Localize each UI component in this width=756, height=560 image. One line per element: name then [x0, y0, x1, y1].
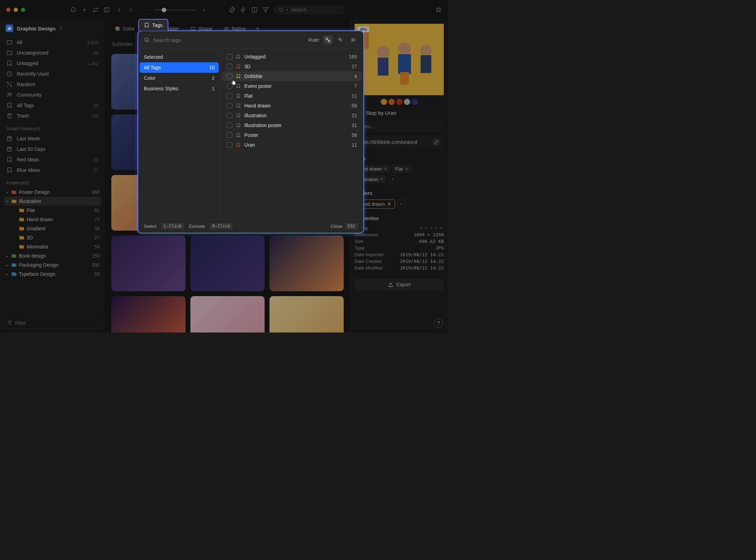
tag-count: 11: [351, 142, 357, 148]
checkbox[interactable]: [227, 74, 232, 79]
tag-label: Event poster: [244, 83, 272, 89]
rule-or-button[interactable]: [336, 35, 345, 44]
rule-and-button[interactable]: [323, 35, 332, 44]
rule-label: Rule:: [308, 37, 320, 43]
tag-count: 31: [351, 122, 357, 128]
tag-group-all-tags[interactable]: All Tags 10: [140, 62, 219, 73]
tag-label: Illustration poster: [244, 122, 282, 128]
bookmark-icon: [236, 122, 241, 128]
bookmark-icon: [236, 54, 241, 59]
tag-groups-list: Selected All Tags 10 Color 2 Business St…: [138, 49, 220, 219]
search-icon: [144, 37, 149, 43]
svg-rect-26: [328, 40, 330, 42]
checkbox[interactable]: [227, 54, 232, 59]
tag-count: 7: [354, 83, 357, 89]
checkbox[interactable]: [227, 64, 232, 69]
tag-option-illustration-poster[interactable]: Illustration poster 31: [222, 120, 362, 130]
tag-group-business-styles[interactable]: Business Styles 1: [140, 83, 219, 94]
checkbox[interactable]: [227, 103, 232, 108]
tag-group-label: Selected: [144, 54, 163, 60]
tag-label: Illustration: [244, 113, 267, 118]
tag-option-illustration[interactable]: Illustration 21: [222, 111, 362, 120]
footer-exclude-label: Exclude: [189, 224, 205, 229]
tag-group-label: Color: [144, 75, 155, 81]
tags-filter-popup: Rule: Selected All Tags 10 Color 2 Busin…: [138, 30, 364, 233]
tag-count: 4: [354, 74, 357, 79]
bookmark-icon: [236, 113, 241, 118]
tag-option-poster[interactable]: Poster 58: [222, 130, 362, 140]
bookmark-icon: [236, 93, 241, 99]
tag-option-event-poster[interactable]: Event poster 7: [222, 81, 362, 91]
tags-list: Untagged 165 3D 27 Dribbble 4 Event post…: [220, 49, 363, 219]
tag-option-hand-drawn[interactable]: Hand drawn 58: [222, 101, 362, 111]
tag-group-label: All Tags: [144, 65, 161, 70]
tag-label: Dribbble: [244, 74, 262, 79]
tag-group-count: 10: [209, 65, 215, 70]
checkbox[interactable]: [227, 83, 232, 89]
tag-label: Untagged: [244, 54, 266, 59]
checkbox[interactable]: [227, 122, 232, 128]
footer-close-label[interactable]: Close: [331, 224, 342, 229]
tag-option-flat[interactable]: Flat 11: [222, 91, 362, 101]
tag-count: 58: [351, 132, 357, 138]
popup-footer: Select L-Click Exclude R-Click Close ESC: [138, 219, 363, 233]
bookmark-icon: [236, 74, 241, 79]
kbd-esc: ESC: [345, 223, 358, 229]
bookmark-icon: [236, 142, 241, 148]
bookmark-icon: [236, 83, 241, 89]
svg-rect-25: [326, 38, 328, 40]
tag-group-count: 1: [212, 86, 215, 91]
tag-label: Flat: [244, 93, 252, 99]
svg-point-24: [145, 38, 148, 41]
checkbox[interactable]: [227, 93, 232, 99]
tag-label: Poster: [244, 132, 258, 138]
tag-count: 11: [351, 93, 357, 99]
tag-group-selected[interactable]: Selected: [140, 52, 219, 62]
tag-group-count: 2: [212, 75, 215, 81]
tag-count: 165: [349, 54, 357, 59]
popup-tab-label: Tags: [152, 22, 163, 28]
tag-option-uran[interactable]: Uran 11: [222, 140, 362, 150]
bookmark-icon: [236, 132, 241, 138]
checkbox[interactable]: [227, 132, 232, 138]
kbd-lclick: L-Click: [161, 223, 184, 229]
kbd-rclick: R-Click: [210, 223, 233, 229]
tag-option-dribbble[interactable]: Dribbble 4: [222, 71, 362, 81]
checkbox[interactable]: [227, 142, 232, 148]
bookmark-icon: [236, 103, 241, 108]
help-button[interactable]: ?: [434, 318, 443, 328]
tag-option-3d[interactable]: 3D 27: [222, 62, 362, 71]
tag-search-input[interactable]: [153, 37, 305, 43]
tag-count: 58: [351, 103, 357, 108]
tag-label: Uran: [244, 142, 255, 148]
tag-group-label: Business Styles: [144, 86, 178, 91]
tag-count: 27: [351, 64, 357, 69]
bookmark-icon: [144, 22, 149, 28]
tag-group-color[interactable]: Color 2: [140, 73, 219, 83]
footer-select-label: Select: [144, 224, 156, 229]
bookmark-icon: [236, 64, 241, 69]
checkbox[interactable]: [227, 113, 232, 118]
rule-menu-button[interactable]: [349, 35, 358, 44]
tag-label: Hand drawn: [244, 103, 271, 108]
tag-label: 3D: [244, 64, 251, 69]
tag-count: 21: [351, 113, 357, 118]
popup-tab-tags[interactable]: Tags: [138, 19, 168, 31]
tag-option-untagged[interactable]: Untagged 165: [222, 52, 362, 62]
